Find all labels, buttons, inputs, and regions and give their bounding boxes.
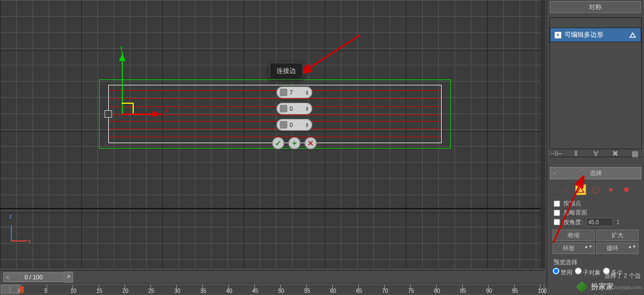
gizmo-xy-plane[interactable] [133, 103, 134, 113]
caddy-tooltip: 连接边 [270, 63, 303, 79]
watermark-logo-icon [576, 281, 588, 293]
by-angle-check[interactable] [554, 219, 560, 225]
gizmo-origin[interactable] [104, 110, 112, 118]
preview-disable-radio[interactable]: 禁用 [553, 267, 573, 277]
key-filter-button[interactable] [10, 285, 19, 293]
shrink-button[interactable]: 收缩 [553, 230, 595, 241]
ruler-tick-label: 25 [148, 288, 154, 294]
watermark-cn: 扮家家 [591, 282, 614, 291]
gizmo-x-axis[interactable] [122, 113, 162, 115]
pinch-spinner[interactable]: 0 ▲▼ [277, 103, 312, 115]
ruler-tick-label: 5 [44, 288, 48, 294]
segments-spinner[interactable]: 7 ▲▼ [277, 86, 312, 98]
ring-button[interactable]: 环形▲▼ [553, 243, 595, 254]
watermark: 扮家家 banjiajia.com [576, 281, 642, 293]
edge-mode-button[interactable] [575, 184, 586, 195]
ruler-tick-label: 85 [460, 288, 466, 294]
selection-status: 选择了 2 个边 [604, 272, 641, 280]
ruler-tick-label: 65 [356, 288, 362, 294]
sub-object-row: ∴ ◯ ■ ⬢ [548, 181, 643, 198]
modifier-stack[interactable]: + 可编辑多边形 [549, 17, 642, 149]
modifier-item-label: 可编辑多边形 [564, 30, 603, 39]
gizmo-y-axis[interactable] [122, 51, 123, 113]
by-angle-label: 按角度: [563, 218, 583, 226]
key-mode-button[interactable] [1, 285, 10, 293]
cancel-button[interactable]: ✕ [305, 137, 317, 149]
polygon-mode-button[interactable]: ■ [606, 184, 616, 195]
remove-modifier-icon[interactable]: ✖ [610, 149, 620, 158]
make-unique-icon[interactable]: ∀ [591, 149, 601, 158]
selection-rollout-header[interactable]: - 选择 [550, 167, 641, 179]
slide-spinner[interactable]: 0 ▲▼ [277, 119, 312, 131]
ruler-tick-label: 70 [382, 288, 388, 294]
watermark-en: banjiajia.com [613, 285, 642, 290]
pin-stack-icon[interactable]: ⊣⊢ [551, 149, 561, 158]
ruler-tick-label: 50 [278, 288, 284, 294]
ruler-tick-label: 40 [226, 288, 232, 294]
modifier-stack-toolbar: ⊣⊢ Ⅱ ∀ ✖ ▦ [549, 137, 642, 157]
angle-spinner-arrows[interactable]: ▲▼ [616, 219, 620, 225]
by-vertex-check[interactable]: 按顶点 [554, 199, 638, 207]
ruler-tick-label: 45 [252, 288, 258, 294]
gizmo-y-label: y [120, 45, 123, 51]
spinner-arrows[interactable]: ▲▼ [305, 90, 309, 95]
ruler-tick-label: 10 [70, 288, 76, 294]
timeline-ruler[interactable]: 0510152025303540455055606570758085909510… [0, 283, 546, 295]
loop-button[interactable]: 循环▲▼ [596, 243, 639, 254]
axis-z-label: z [9, 213, 12, 219]
modifier-dropdown[interactable]: 对称 [550, 1, 641, 13]
viewport-scrollbar[interactable] [541, 0, 545, 269]
caddy-controls: 7 ▲▼ 0 ▲▼ 0 ▲▼ ✓ + ✕ [272, 86, 317, 149]
ruler-tick-label: 90 [486, 288, 492, 294]
segments-value: 7 [290, 89, 293, 96]
ignore-backfacing-check[interactable]: 忽略背面 [554, 209, 638, 217]
configure-sets-icon[interactable]: ▦ [630, 149, 640, 158]
apply-button[interactable]: + [288, 137, 300, 149]
time-slider-bar: 0 / 100 [0, 270, 546, 283]
spinner-arrows[interactable]: ▲▼ [305, 106, 309, 111]
vertex-mode-button[interactable]: ∴ [560, 184, 571, 195]
modifier-item-editable-poly[interactable]: + 可编辑多边形 [550, 28, 641, 42]
ruler-tick-label: 95 [512, 288, 518, 294]
caddy-button-row: ✓ + ✕ [272, 137, 317, 149]
tooltip-label: 连接边 [277, 67, 296, 75]
expand-icon[interactable]: + [555, 32, 561, 38]
gizmo-x-label: x [166, 108, 168, 113]
element-mode-button[interactable]: ⬢ [621, 184, 632, 195]
selection-buttons: 收缩 扩大 环形▲▼ 循环▲▼ [548, 227, 643, 256]
ruler-tick-label: 60 [330, 288, 336, 294]
ignore-backfacing-label: 忽略背面 [563, 209, 587, 217]
ruler-handle[interactable] [19, 286, 24, 293]
ruler-tick-label: 20 [122, 288, 128, 294]
collapse-icon: - [554, 169, 556, 176]
ruler-tick-label: 80 [434, 288, 440, 294]
time-slider[interactable]: 0 / 100 [3, 272, 64, 282]
horizon-line [0, 208, 546, 209]
preview-subobj-radio[interactable]: 子对象 [575, 267, 601, 277]
ruler-tick-label: 55 [304, 288, 310, 294]
grow-button[interactable]: 扩大 [596, 230, 639, 241]
axis-x [11, 240, 27, 242]
viewport-axis-tripod: z x [11, 220, 32, 242]
edge-mode-icon [629, 32, 636, 38]
gizmo-xy-plane[interactable] [122, 103, 133, 104]
ruler-tick-label: 75 [408, 288, 414, 294]
viewport[interactable]: y x 连接边 7 ▲▼ 0 ▲▼ 0 ▲▼ ✓ + ✕ [0, 0, 546, 269]
border-mode-button[interactable]: ◯ [590, 184, 601, 195]
pinch-value: 0 [290, 105, 293, 112]
show-end-result-icon[interactable]: Ⅱ [571, 149, 581, 158]
selection-checks: 按顶点 忽略背面 按角度: ▲▼ [548, 198, 643, 227]
modifier-dropdown-label: 对称 [589, 3, 602, 11]
slide-icon [280, 121, 287, 129]
axis-z [11, 225, 12, 242]
ok-button[interactable]: ✓ [272, 137, 284, 149]
spinner-arrows[interactable]: ▲▼ [305, 122, 309, 128]
ruler-tick-label: 15 [96, 288, 102, 294]
angle-input[interactable] [586, 218, 613, 226]
slide-value: 0 [290, 122, 293, 128]
time-slider-label: 0 / 100 [24, 274, 43, 280]
ruler-tick-label: 35 [200, 288, 206, 294]
ruler-track[interactable]: 0510152025303540455055606570758085909510… [21, 285, 543, 294]
selection-rollout: - 选择 ∴ ◯ ■ ⬢ 按顶点 忽略背面 按角度: ▲▼ 收缩 扩大 环形▲▼… [548, 165, 643, 278]
rollout-title: 选择 [590, 170, 602, 176]
